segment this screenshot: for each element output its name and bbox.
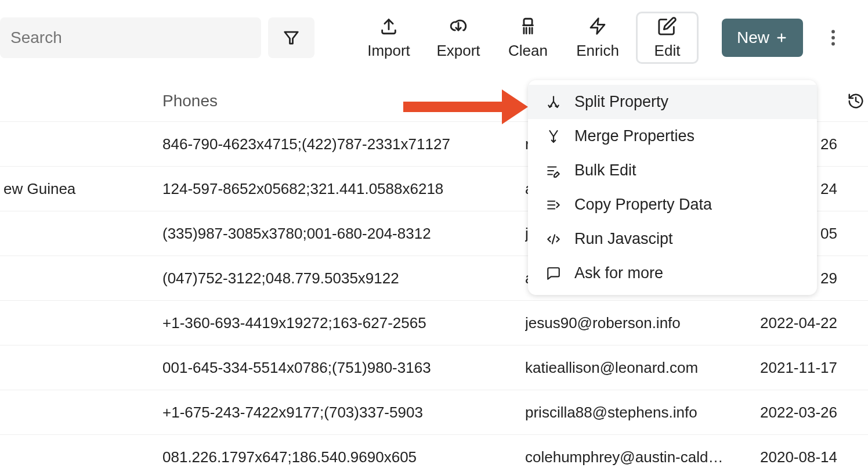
edit-dropdown-menu: Split Property Merge Properties Bulk Edi… bbox=[528, 80, 817, 295]
menu-item-bulk-edit[interactable]: Bulk Edit bbox=[528, 153, 817, 188]
table-row[interactable]: 081.226.1797x647;186.540.9690x605 colehu… bbox=[0, 435, 868, 475]
import-button[interactable]: Import bbox=[357, 12, 420, 64]
table-row[interactable]: +1-675-243-7422x9177;(703)337-5903 prisc… bbox=[0, 390, 868, 435]
menu-item-copy-property-data[interactable]: Copy Property Data bbox=[528, 188, 817, 222]
cell-date: 2020-08-14 bbox=[746, 448, 844, 466]
copy-data-icon bbox=[544, 197, 563, 213]
svg-point-12 bbox=[831, 30, 835, 34]
enrich-label: Enrich bbox=[576, 42, 619, 60]
toolbar: Import Export Clean Enrich Edit New bbox=[0, 0, 868, 80]
cloud-download-icon bbox=[448, 16, 469, 36]
svg-line-23 bbox=[552, 235, 555, 243]
clean-button[interactable]: Clean bbox=[497, 12, 559, 64]
cell-country: ew Guinea bbox=[0, 180, 162, 198]
cell-phones: 081.226.1797x647;186.540.9690x605 bbox=[162, 448, 525, 466]
cell-date: 2021-11-17 bbox=[746, 359, 844, 377]
import-label: Import bbox=[367, 42, 410, 60]
code-icon bbox=[544, 232, 563, 247]
merge-icon bbox=[544, 129, 563, 144]
menu-label: Bulk Edit bbox=[574, 161, 636, 179]
table-row[interactable]: 001-645-334-5514x0786;(751)980-3163 kati… bbox=[0, 346, 868, 390]
menu-item-ask-for-more[interactable]: Ask for more bbox=[528, 256, 817, 290]
menu-item-split-property[interactable]: Split Property bbox=[528, 85, 817, 119]
upload-icon bbox=[379, 16, 399, 36]
cell-date: 2022-04-22 bbox=[746, 314, 844, 332]
new-button[interactable]: New bbox=[722, 19, 803, 57]
chat-icon bbox=[544, 266, 563, 281]
svg-rect-3 bbox=[524, 19, 532, 25]
menu-label: Copy Property Data bbox=[574, 196, 712, 214]
arrow-head-icon bbox=[502, 89, 528, 124]
broom-icon bbox=[518, 16, 538, 36]
table-row[interactable]: +1-360-693-4419x19272;163-627-2565 jesus… bbox=[0, 301, 868, 346]
history-column[interactable] bbox=[844, 92, 867, 110]
cell-phones: +1-675-243-7422x9177;(703)337-5903 bbox=[162, 404, 525, 422]
bulk-edit-icon bbox=[544, 163, 563, 178]
cell-phones: (335)987-3085x3780;001-680-204-8312 bbox=[162, 225, 525, 243]
plus-icon bbox=[775, 31, 788, 44]
menu-label: Split Property bbox=[574, 93, 668, 111]
menu-label: Run Javascipt bbox=[574, 230, 673, 248]
history-icon bbox=[847, 92, 865, 110]
cell-phones: 846-790-4623x4715;(422)787-2331x71127 bbox=[162, 135, 525, 153]
svg-point-13 bbox=[831, 36, 835, 39]
cell-phones: 124-597-8652x05682;321.441.0588x6218 bbox=[162, 180, 525, 198]
svg-point-14 bbox=[831, 42, 835, 46]
cell-phones: (047)752-3122;048.779.5035x9122 bbox=[162, 269, 525, 287]
annotation-arrow bbox=[403, 89, 528, 124]
filter-icon bbox=[283, 29, 300, 46]
edit-icon bbox=[657, 16, 677, 36]
svg-marker-0 bbox=[285, 32, 298, 44]
lightning-icon bbox=[588, 16, 607, 36]
enrich-button[interactable]: Enrich bbox=[566, 12, 629, 64]
cell-phones: +1-360-693-4419x19272;163-627-2565 bbox=[162, 314, 525, 332]
search-input[interactable] bbox=[0, 17, 261, 58]
cell-email: colehumphrey@austin-cald… bbox=[525, 448, 746, 466]
dots-vertical-icon bbox=[831, 30, 836, 46]
more-options-button[interactable] bbox=[822, 26, 845, 49]
svg-marker-9 bbox=[591, 18, 605, 34]
split-icon bbox=[544, 95, 563, 110]
export-label: Export bbox=[436, 42, 480, 60]
filter-button[interactable] bbox=[268, 17, 314, 58]
clean-label: Clean bbox=[508, 42, 548, 60]
export-button[interactable]: Export bbox=[427, 12, 490, 64]
cell-email: priscilla88@stephens.info bbox=[525, 404, 746, 422]
menu-item-merge-properties[interactable]: Merge Properties bbox=[528, 119, 817, 153]
cell-date: 2022-03-26 bbox=[746, 404, 844, 422]
menu-label: Merge Properties bbox=[574, 127, 695, 145]
cell-email: katieallison@leonard.com bbox=[525, 359, 746, 377]
menu-label: Ask for more bbox=[574, 264, 663, 282]
data-table: Phones Split Property Merge Properties bbox=[0, 80, 868, 475]
cell-phones: 001-645-334-5514x0786;(751)980-3163 bbox=[162, 359, 525, 377]
arrow-shaft bbox=[403, 102, 502, 112]
new-label: New bbox=[737, 28, 769, 47]
cell-email: jesus90@roberson.info bbox=[525, 314, 746, 332]
edit-button[interactable]: Edit bbox=[636, 12, 699, 64]
edit-label: Edit bbox=[654, 42, 681, 60]
menu-item-run-javascript[interactable]: Run Javascipt bbox=[528, 222, 817, 256]
